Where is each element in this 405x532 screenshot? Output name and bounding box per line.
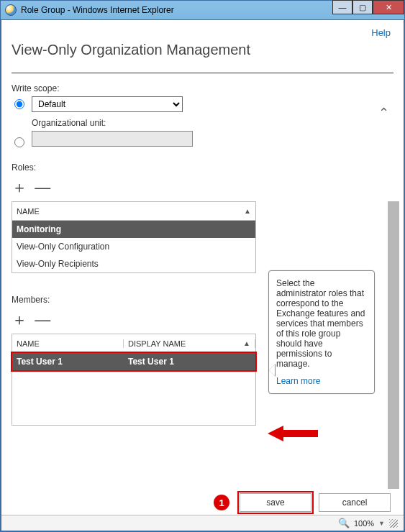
annotation-callout-1: 1 [214, 495, 229, 510]
roles-row[interactable]: View-Only Recipients [12, 255, 255, 272]
ou-input [32, 131, 193, 147]
write-scope-label: Write scope: [12, 83, 393, 93]
zoom-dropdown-icon[interactable]: ▼ [378, 520, 385, 527]
roles-row[interactable]: View-Only Configuration [12, 238, 255, 255]
roles-col-name[interactable]: NAME ▲ [12, 207, 255, 216]
cancel-button[interactable]: cancel [319, 493, 391, 512]
members-grid: NAME DISPLAY NAME ▲ Test User 1 Test Use… [12, 334, 256, 426]
members-row[interactable]: Test User 1 Test User 1 [12, 353, 255, 370]
members-col-display[interactable]: DISPLAY NAME ▲ [124, 339, 255, 348]
maximize-button[interactable]: ▢ [352, 0, 373, 14]
help-link[interactable]: Help [371, 27, 391, 38]
roles-row[interactable]: Monitoring [12, 221, 255, 238]
vertical-scrollbar[interactable] [388, 201, 399, 489]
close-button[interactable]: ✕ [373, 0, 404, 14]
minimize-button[interactable]: — [332, 0, 352, 14]
scrollbar-thumb[interactable] [388, 201, 399, 489]
roles-label: Roles: [12, 162, 393, 173]
window-title: Role Group - Windows Internet Explorer [21, 5, 332, 15]
learn-more-link[interactable]: Learn more [276, 376, 367, 386]
zoom-icon[interactable]: 🔍 [338, 518, 350, 528]
collapse-icon[interactable]: ⌃ [378, 105, 389, 121]
ou-label: Organizational unit: [32, 118, 393, 128]
svg-marker-0 [268, 426, 318, 441]
sort-asc-icon: ▲ [244, 207, 251, 215]
status-bar: 🔍 100% ▼ [1, 515, 404, 531]
roles-help-tooltip: Select the administrator roles that corr… [268, 270, 375, 394]
resize-grip[interactable] [389, 519, 398, 528]
roles-grid: NAME ▲ Monitoring View-Only Configuratio… [12, 201, 256, 273]
members-col-name[interactable]: NAME [12, 339, 124, 348]
save-button[interactable]: save [240, 493, 311, 512]
members-remove-button[interactable]: — [35, 311, 52, 329]
title-underline [12, 73, 393, 73]
scope-ou-radio[interactable] [14, 137, 24, 147]
roles-add-button[interactable]: ＋ [12, 178, 29, 196]
zoom-level: 100% [354, 519, 374, 528]
members-add-button[interactable]: ＋ [12, 311, 29, 329]
annotation-arrow [268, 424, 318, 443]
scope-select[interactable]: Default [32, 96, 183, 112]
sort-asc-icon: ▲ [243, 339, 250, 347]
roles-remove-button[interactable]: — [35, 178, 52, 196]
window-titlebar: Role Group - Windows Internet Explorer —… [0, 0, 405, 20]
tooltip-text: Select the administrator roles that corr… [276, 278, 365, 369]
ie-icon [5, 4, 17, 16]
page-title: View-Only Organization Management [12, 42, 393, 58]
scope-default-radio[interactable] [14, 99, 24, 109]
